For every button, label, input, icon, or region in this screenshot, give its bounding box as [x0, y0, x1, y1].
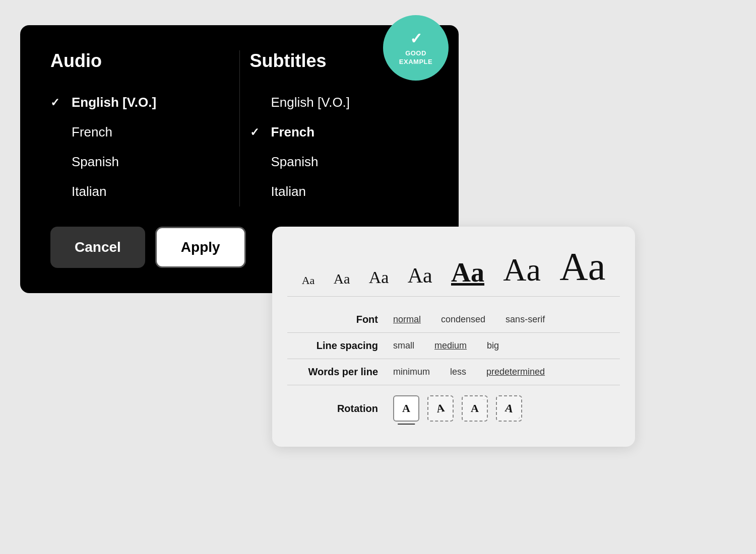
line-spacing-small[interactable]: small — [393, 340, 414, 351]
subtitle-check-french — [250, 126, 265, 139]
line-spacing-label: Line spacing — [292, 340, 393, 352]
words-predetermined[interactable]: predetermined — [486, 367, 545, 377]
badge-label: GOOD EXAMPLE — [399, 49, 432, 66]
words-per-line-label: Words per line — [292, 366, 393, 378]
audio-option-english[interactable]: English [V.O.] — [50, 88, 229, 117]
words-per-line-options: minimum less predetermined — [393, 367, 545, 377]
words-minimum[interactable]: minimum — [393, 367, 430, 377]
font-sample-3[interactable]: Aa — [369, 269, 389, 286]
apply-button[interactable]: Apply — [155, 227, 246, 268]
rotation-icon-right[interactable]: A ⌟ — [496, 395, 522, 422]
subtitle-option-spanish[interactable]: Spanish — [250, 147, 429, 177]
line-spacing-options: small medium big — [393, 340, 499, 351]
audio-option-spanish[interactable]: Spanish — [50, 147, 229, 177]
font-size-samples: Aa Aa Aa Aa Aa Aa Aa — [287, 242, 620, 297]
subtitle-option-french[interactable]: French — [250, 117, 429, 147]
line-spacing-big[interactable]: big — [487, 340, 499, 351]
rotation-icon-dots[interactable]: A ··· — [462, 395, 488, 422]
font-sample-5[interactable]: Aa — [451, 259, 484, 286]
font-sample-6[interactable]: Aa — [503, 254, 541, 286]
rotation-icon-left[interactable]: A — [427, 395, 454, 422]
audio-title: Audio — [50, 50, 229, 72]
column-divider — [239, 50, 240, 206]
font-sample-1[interactable]: Aa — [302, 275, 315, 286]
font-sample-2[interactable]: Aa — [334, 272, 350, 286]
good-example-badge: ✓ GOOD EXAMPLE — [383, 15, 449, 81]
rotation-icon-normal[interactable]: A — [393, 395, 419, 422]
audio-check-english — [50, 96, 66, 109]
audio-option-french[interactable]: French — [50, 117, 229, 147]
line-spacing-row: Line spacing small medium big — [287, 333, 620, 359]
rotation-label: Rotation — [292, 403, 393, 414]
badge-checkmark: ✓ — [410, 30, 422, 47]
cancel-button[interactable]: Cancel — [50, 227, 145, 268]
subtitle-option-italian[interactable]: Italian — [250, 177, 429, 206]
font-option-sans-serif[interactable]: sans-serif — [506, 314, 545, 325]
rotation-options: A A A ··· A ⌟ — [393, 395, 522, 422]
words-per-line-row: Words per line minimum less predetermine… — [287, 359, 620, 385]
audio-option-italian[interactable]: Italian — [50, 177, 229, 206]
font-settings-panel: Aa Aa Aa Aa Aa Aa Aa Font normal condens… — [272, 227, 635, 447]
font-row: Font normal condensed sans-serif — [287, 307, 620, 333]
subtitle-option-english[interactable]: English [V.O.] — [250, 88, 429, 117]
font-sample-4[interactable]: Aa — [408, 265, 432, 286]
rotation-row: Rotation A A A ··· A ⌟ — [287, 385, 620, 427]
font-options: normal condensed sans-serif — [393, 314, 545, 325]
audio-column: Audio English [V.O.] French Spanish Ital… — [50, 50, 229, 206]
words-less[interactable]: less — [450, 367, 466, 377]
font-label: Font — [292, 314, 393, 325]
font-sample-7[interactable]: Aa — [559, 247, 605, 286]
font-option-normal[interactable]: normal — [393, 314, 421, 325]
font-option-condensed[interactable]: condensed — [441, 314, 485, 325]
line-spacing-medium[interactable]: medium — [434, 340, 467, 351]
